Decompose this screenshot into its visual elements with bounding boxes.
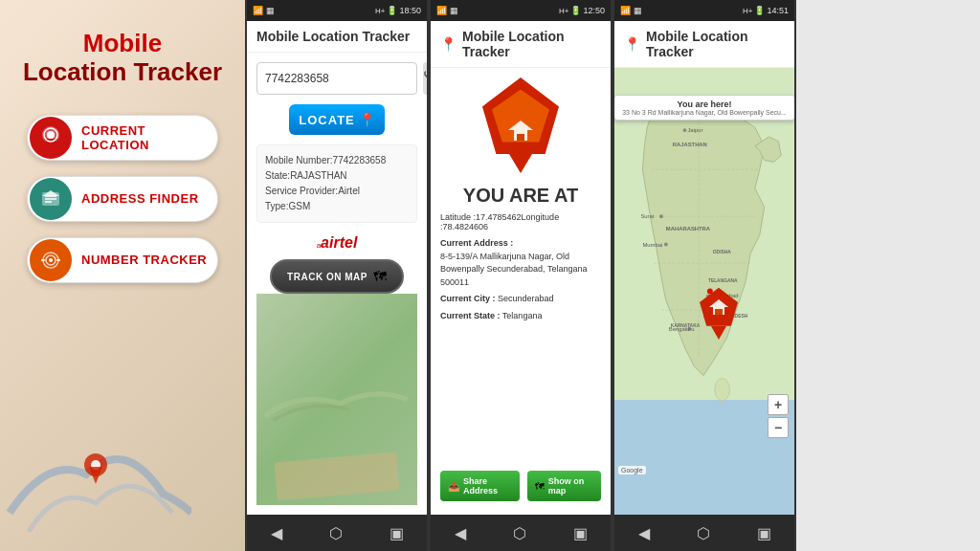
svg-text:Mumbai: Mumbai — [642, 242, 662, 248]
current-state-label: Current State : — [440, 311, 501, 320]
svg-text:MAHARASHTRA: MAHARASHTRA — [666, 226, 711, 231]
address-finder-label: ADDRESS FINDER — [81, 191, 199, 206]
locate-pin-icon: 📍 — [359, 112, 375, 127]
home-button-4[interactable]: ⬡ — [697, 524, 710, 542]
map-location-pin — [700, 288, 738, 340]
location-pin-visual — [482, 77, 559, 173]
zoom-out-button[interactable]: − — [768, 417, 789, 438]
current-location-button[interactable]: CURRENT LOCATION — [27, 115, 218, 161]
share-address-button[interactable]: 📤 Share Address — [440, 471, 520, 501]
current-state-value: Telangana — [502, 311, 543, 320]
recent-button-4[interactable]: ▣ — [757, 524, 771, 542]
airtel-logo: aairtel — [256, 234, 417, 252]
location-info-box: Mobile Number:7742283658 State:RAJASTHAN… — [256, 144, 417, 223]
signal-icon-4: ▦ — [634, 6, 642, 15]
current-city-section: Current City : Secunderabad — [440, 293, 601, 306]
track-on-map-label: TRACK ON MAP — [287, 272, 368, 282]
phone-number-input[interactable] — [256, 62, 417, 95]
recent-button-3[interactable]: ▣ — [573, 524, 588, 542]
status-icons-left-4: 📶 ▦ — [620, 6, 642, 15]
svg-text:RAJASTHAN: RAJASTHAN — [673, 142, 707, 147]
coordinates-display: Latitude :17.4785462Longitude :78.482460… — [440, 212, 601, 231]
svg-point-20 — [715, 379, 730, 402]
screen2-content: Mobile Location Tracker LOCATE — [247, 21, 427, 515]
map-show-icon: 🗺 — [535, 481, 545, 492]
current-address-value: 8-5-139/A Mallikarjuna Nagar, Old Bowenp… — [440, 252, 587, 287]
svg-point-11 — [49, 258, 53, 262]
track-on-map-button[interactable]: TRACK ON MAP 🗺 — [270, 259, 404, 294]
back-button-4[interactable]: ◀ — [638, 524, 650, 542]
svg-text:ODISHA: ODISHA — [713, 250, 731, 254]
svg-text:TELANGANA: TELANGANA — [708, 278, 738, 283]
screen3-body: YOU ARE AT Latitude :17.4785462Longitude… — [431, 68, 611, 515]
type-info: Type:GSM — [265, 199, 409, 214]
signal-icon-3: ▦ — [450, 6, 458, 15]
svg-text:KARNATAKA: KARNATAKA — [671, 323, 701, 328]
google-attribution: Google — [618, 466, 646, 474]
nav-bar-3: ◀ ⬡ ▣ — [431, 515, 611, 551]
svg-rect-44 — [715, 309, 723, 315]
screen3-header-title: Mobile Location Tracker — [462, 29, 601, 59]
screen3-header-icon: 📍 — [440, 36, 457, 52]
status-bar-2: 📶 ▦ H+ 🔋 18:50 — [247, 0, 427, 21]
status-icons-right: H+ 🔋 18:50 — [375, 6, 421, 15]
screen4-content: 📍 Mobile Location Tracker — [614, 21, 794, 515]
show-on-map-label: Show on map — [548, 476, 593, 496]
action-buttons-row: 📤 Share Address 🗺 Show on map — [440, 471, 601, 501]
location-pin-icon — [30, 117, 72, 159]
time-display-4: 14:51 — [767, 6, 789, 15]
svg-point-28 — [664, 243, 668, 247]
time-display: 18:50 — [399, 6, 421, 15]
map-background-decoration — [0, 360, 245, 532]
show-on-map-button[interactable]: 🗺 Show on map — [527, 471, 601, 501]
wifi-icon-3: 📶 — [436, 6, 447, 15]
screen3-header: 📍 Mobile Location Tracker — [431, 21, 611, 68]
status-icons-right-3: H+ 🔋 12:50 — [559, 6, 605, 15]
screen4-phone-frame: 📶 ▦ H+ 🔋 14:51 📍 Mobile Location Tracker — [612, 0, 796, 551]
screen3-phone-frame: 📶 ▦ H+ 🔋 12:50 📍 Mobile Location Tracker — [429, 0, 612, 551]
address-finder-icon — [30, 178, 72, 220]
back-button-3[interactable]: ◀ — [455, 524, 466, 542]
recent-button[interactable]: ▣ — [390, 524, 404, 542]
back-button[interactable]: ◀ — [271, 524, 282, 542]
home-button[interactable]: ⬡ — [329, 524, 343, 542]
status-icons-right-4: H+ 🔋 14:51 — [743, 6, 789, 15]
share-address-label: Share Address — [463, 476, 512, 496]
app-title-line1: Mobile — [23, 29, 222, 58]
nav-bar-2: ◀ ⬡ ▣ — [247, 515, 427, 551]
svg-text:Surat: Surat — [640, 213, 654, 219]
screen4-header: 📍 Mobile Location Tracker — [614, 21, 794, 68]
battery-icon: 🔋 — [387, 6, 397, 15]
wifi-icon-4: 📶 — [620, 6, 631, 15]
latitude-label: Latitude : — [440, 212, 476, 222]
callout-address: 33 No 3 Rd Mallikarjuna Nagar, Old Bowen… — [622, 109, 787, 116]
current-location-label: CURRENT LOCATION — [81, 123, 217, 152]
status-icons-left-3: 📶 ▦ — [436, 6, 458, 15]
share-icon: 📤 — [448, 481, 459, 492]
small-pin-pointer — [711, 326, 726, 340]
address-finder-button[interactable]: ADDRESS FINDER — [27, 176, 218, 222]
screen1-main-menu: Mobile Location Tracker CURRENT LOCATION… — [0, 0, 245, 551]
phone-input-row — [256, 62, 417, 95]
call-icon-button[interactable] — [423, 62, 427, 95]
pin-outer-shape — [482, 77, 559, 154]
screen4-header-title: Mobile Location Tracker — [646, 29, 785, 59]
time-display-3: 12:50 — [583, 6, 605, 15]
state-info: State:RAJASTHAN — [265, 168, 409, 184]
screen4-header-icon: 📍 — [624, 36, 640, 52]
pin-inner-shape — [492, 90, 549, 143]
status-bar-3: 📶 ▦ H+ 🔋 12:50 — [431, 0, 611, 21]
number-tracker-label: NUMBER TRACKER — [81, 253, 207, 267]
number-tracker-button[interactable]: NUMBER TRACKER — [27, 237, 218, 283]
network-type-3: H+ — [559, 7, 568, 15]
zoom-in-button[interactable]: + — [768, 394, 789, 415]
map-preview — [256, 294, 417, 505]
locate-button[interactable]: LOCATE 📍 — [289, 104, 385, 135]
nav-bar-4: ◀ ⬡ ▣ — [614, 515, 794, 551]
screen2-header-title: Mobile Location Tracker — [256, 29, 410, 44]
current-address-section: Current Address : 8-5-139/A Mallikarjuna… — [440, 237, 601, 289]
network-type: H+ — [375, 7, 385, 15]
home-button-3[interactable]: ⬡ — [513, 524, 526, 542]
screen3-content: 📍 Mobile Location Tracker YOU ARE AT — [431, 21, 611, 515]
svg-text:Jaipur: Jaipur — [687, 127, 702, 133]
